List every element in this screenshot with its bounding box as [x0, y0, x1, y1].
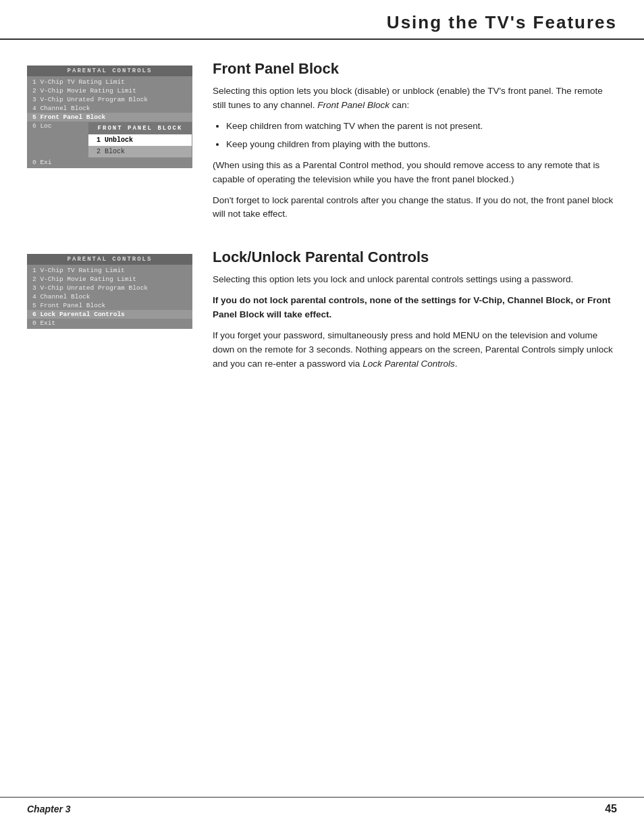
footer-chapter: Chapter 3 [27, 804, 71, 814]
menu2-item-5: 5 Front Panel Block [27, 301, 192, 310]
section1-para2: (When using this as a Parental Control m… [213, 159, 617, 187]
submenu1-item-2: 2 Block [88, 146, 192, 157]
menu1-item-4: 4 Channel Block [27, 104, 192, 113]
menu1-items: 1 V-Chip TV Rating Limit 2 V-Chip Movie … [27, 76, 192, 168]
menu2-item-4: 4 Channel Block [27, 292, 192, 301]
submenu1: FRONT PANEL BLOCK 1 Unblock 2 Block [88, 122, 192, 158]
menu1-item-2: 2 V-Chip Movie Rating Limit [27, 86, 192, 95]
submenu1-title: FRONT PANEL BLOCK [88, 122, 192, 134]
section1-italic1: Front Panel Block [317, 100, 390, 110]
menu1-header: PARENTAL CONTROLS [27, 66, 192, 76]
section1-bullet-1: Keep children from watching TV when the … [226, 120, 617, 134]
section1-title: Front Panel Block [213, 60, 617, 78]
menu1-item-6-partial: 6 Loc [27, 122, 88, 158]
menu2-items: 1 V-Chip TV Rating Limit 2 V-Chip Movie … [27, 265, 192, 329]
section2-title: Lock/Unlock Parental Controls [213, 249, 617, 266]
section1-bullet-2: Keep young children from playing with th… [226, 138, 617, 152]
section1-para1: Selecting this option lets you block (di… [213, 84, 617, 113]
section2-content: Lock/Unlock Parental Controls Selecting … [213, 249, 617, 378]
menu1-item-0: 0 Exi [27, 158, 192, 167]
section1-screenshot: PARENTAL CONTROLS 1 V-Chip TV Rating Lim… [27, 60, 192, 228]
menu2-item-0: 0 Exit [27, 319, 192, 328]
section2-para1: Selecting this option lets you lock and … [213, 273, 617, 287]
menu1-item-5: 5 Front Panel Block [27, 113, 192, 122]
section2-bold-para: If you do not lock parental controls, no… [213, 294, 617, 322]
page-footer: Chapter 3 45 [0, 797, 644, 820]
section1-content: Front Panel Block Selecting this option … [213, 60, 617, 228]
section2-para3: If you forget your password, simultaneou… [213, 329, 617, 371]
menu1-item-3: 3 V-Chip Unrated Program Block [27, 95, 192, 104]
tv-screen-2: PARENTAL CONTROLS 1 V-Chip TV Rating Lim… [27, 254, 192, 329]
menu1-item-1: 1 V-Chip TV Rating Limit [27, 78, 192, 86]
section1-block: PARENTAL CONTROLS 1 V-Chip TV Rating Lim… [0, 40, 644, 228]
menu2-item-3: 3 V-Chip Unrated Program Block [27, 284, 192, 292]
menu2-item-1: 1 V-Chip TV Rating Limit [27, 266, 192, 275]
submenu1-item-1: 1 Unblock [88, 134, 192, 146]
section1-para3: Don't forget to lock parental controls a… [213, 194, 617, 222]
tv-screen-1: PARENTAL CONTROLS 1 V-Chip TV Rating Lim… [27, 66, 192, 168]
section2-block: PARENTAL CONTROLS 1 V-Chip TV Rating Lim… [0, 228, 644, 378]
menu2-item-2: 2 V-Chip Movie Rating Limit [27, 275, 192, 284]
footer-page: 45 [605, 803, 617, 815]
section2-body: Selecting this option lets you lock and … [213, 273, 617, 371]
section2-italic1: Lock Parental Controls [363, 359, 455, 369]
menu2-item-6: 6 Lock Parental Controls [27, 310, 192, 319]
section1-body: Selecting this option lets you block (di… [213, 84, 617, 221]
page-header: Using the TV's Features [0, 0, 644, 40]
page-title: Using the TV's Features [387, 12, 617, 33]
section2-screenshot: PARENTAL CONTROLS 1 V-Chip TV Rating Lim… [27, 249, 192, 378]
section1-bullets: Keep children from watching TV when the … [226, 120, 617, 152]
section2-bold-text: If you do not lock parental controls, no… [213, 295, 611, 319]
menu2-header: PARENTAL CONTROLS [27, 254, 192, 265]
